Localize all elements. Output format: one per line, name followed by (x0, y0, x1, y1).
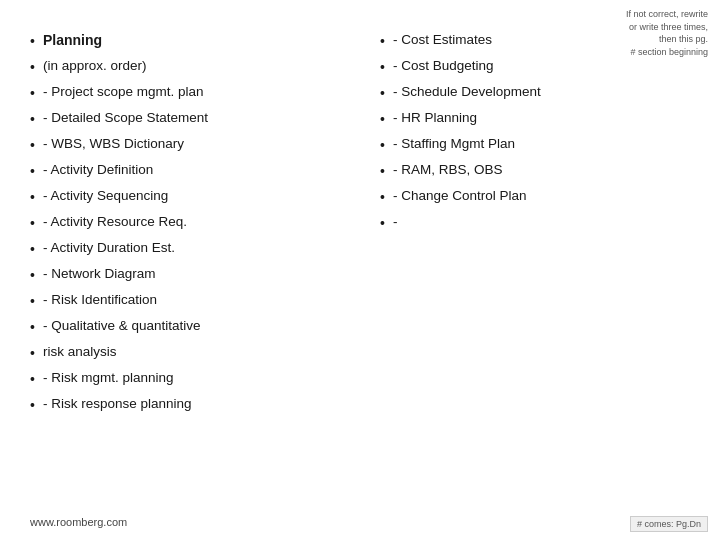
right-list-item: •- (380, 212, 541, 234)
right-list-item: •- Change Control Plan (380, 186, 541, 208)
bullet-dot: • (380, 187, 385, 208)
bullet-dot: • (30, 135, 35, 156)
left-list-item: •- WBS, WBS Dictionary (30, 134, 340, 156)
left-item-text: - WBS, WBS Dictionary (43, 134, 184, 154)
left-list-item: •- Risk response planning (30, 394, 340, 416)
right-item-text: - Cost Estimates (393, 30, 492, 50)
bullet-dot: • (380, 161, 385, 182)
left-item-text: Planning (43, 30, 102, 51)
right-column: •- Cost Estimates•- Cost Budgeting•- Sch… (360, 30, 690, 520)
left-item-text: - Activity Sequencing (43, 186, 168, 206)
right-list-item: •- Cost Estimates (380, 30, 541, 52)
bullet-dot: • (30, 265, 35, 286)
right-bullet-list: •- Cost Estimates•- Cost Budgeting•- Sch… (380, 30, 541, 238)
left-item-text: - Detailed Scope Statement (43, 108, 208, 128)
bullet-dot: • (30, 57, 35, 78)
bullet-dot: • (380, 83, 385, 104)
right-item-text: - Schedule Development (393, 82, 541, 102)
right-list-item: •- RAM, RBS, OBS (380, 160, 541, 182)
left-list-item: • risk analysis (30, 342, 340, 364)
right-list-item: •- HR Planning (380, 108, 541, 130)
bullet-dot: • (30, 369, 35, 390)
left-list-item: •Planning (30, 30, 340, 52)
left-list-item: •(in approx. order) (30, 56, 340, 78)
right-item-text: - Staffing Mgmt Plan (393, 134, 515, 154)
left-list-item: •- Qualitative & quantitative (30, 316, 340, 338)
left-item-text: - Risk Identification (43, 290, 157, 310)
right-item-text: - Cost Budgeting (393, 56, 494, 76)
footer-url: www.roomberg.com (30, 516, 127, 528)
bullet-dot: • (30, 343, 35, 364)
left-list-item: •- Risk mgmt. planning (30, 368, 340, 390)
bullet-dot: • (380, 135, 385, 156)
bullet-dot: • (30, 83, 35, 104)
right-list-item: •- Schedule Development (380, 82, 541, 104)
left-list-item: •- Detailed Scope Statement (30, 108, 340, 130)
bullet-dot: • (30, 161, 35, 182)
bullet-dot: • (30, 109, 35, 130)
footer-page-note: # comes: Pg.Dn (630, 516, 708, 532)
right-list-item: •- Staffing Mgmt Plan (380, 134, 541, 156)
bullet-dot: • (30, 395, 35, 416)
left-list-item: •- Activity Sequencing (30, 186, 340, 208)
left-list-item: •- Activity Definition (30, 160, 340, 182)
left-item-text: (in approx. order) (43, 56, 147, 76)
left-item-text: risk analysis (43, 342, 117, 362)
bullet-dot: • (30, 291, 35, 312)
bullet-dot: • (380, 109, 385, 130)
right-list-item: •- Cost Budgeting (380, 56, 541, 78)
left-item-text: - Network Diagram (43, 264, 156, 284)
left-list-item: •- Activity Duration Est. (30, 238, 340, 260)
top-note: If not correct, rewriteor write three ti… (626, 8, 708, 58)
left-list-item: •- Project scope mgmt. plan (30, 82, 340, 104)
bullet-dot: • (380, 213, 385, 234)
right-item-text: - HR Planning (393, 108, 477, 128)
left-item-text: - Risk mgmt. planning (43, 368, 174, 388)
left-item-text: - Activity Duration Est. (43, 238, 175, 258)
slide-container: If not correct, rewriteor write three ti… (0, 0, 720, 540)
bullet-dot: • (30, 31, 35, 52)
right-item-text: - (393, 212, 398, 232)
left-list-item: •- Network Diagram (30, 264, 340, 286)
bullet-dot: • (30, 317, 35, 338)
right-item-text: - Change Control Plan (393, 186, 527, 206)
left-item-text: - Risk response planning (43, 394, 192, 414)
left-item-text: - Project scope mgmt. plan (43, 82, 204, 102)
bullet-dot: • (30, 187, 35, 208)
left-list-item: •- Risk Identification (30, 290, 340, 312)
left-bullet-list: •Planning•(in approx. order)•- Project s… (30, 30, 340, 416)
left-item-text: - Activity Definition (43, 160, 153, 180)
bullet-dot: • (30, 239, 35, 260)
top-note-text: If not correct, rewriteor write three ti… (626, 9, 708, 57)
bullet-dot: • (380, 31, 385, 52)
left-item-text: - Qualitative & quantitative (43, 316, 201, 336)
right-item-text: - RAM, RBS, OBS (393, 160, 503, 180)
left-item-text: - Activity Resource Req. (43, 212, 187, 232)
bullet-dot: • (30, 213, 35, 234)
left-list-item: •- Activity Resource Req. (30, 212, 340, 234)
left-column: •Planning•(in approx. order)•- Project s… (30, 30, 360, 520)
bullet-dot: • (380, 57, 385, 78)
main-content: •Planning•(in approx. order)•- Project s… (30, 30, 690, 520)
